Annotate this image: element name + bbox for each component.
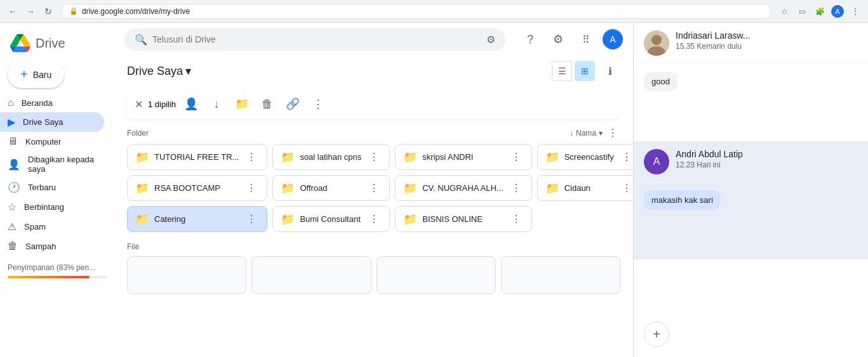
sort-label-text: Nama (576, 129, 596, 138)
file-item-3[interactable] (377, 256, 496, 294)
chat-avatar-1 (644, 30, 669, 56)
browser-chrome: ← → ↻ 🔒 drive.google.com/drive/my-drive … (0, 0, 868, 23)
sidebar-item-berbintang[interactable]: ☆ Berbintang (0, 197, 104, 217)
chat-contact-2[interactable]: A Andri Abdul Latip 12.23 Hari ini (634, 141, 868, 183)
folder-more-button[interactable]: ⋮ (244, 150, 259, 164)
chat-messages-2: makasih kak sari (634, 183, 868, 260)
file-item-2[interactable] (251, 256, 371, 294)
lock-icon: 🔒 (69, 7, 78, 15)
folder-more-button[interactable]: ⋮ (366, 150, 382, 164)
folder-name: BISNIS ONLINE (422, 214, 503, 224)
sidebar-item-spam[interactable]: ⚠ Spam (0, 217, 104, 237)
folder-item-bisnis[interactable]: 📁 BISNIS ONLINE ⋮ (395, 206, 531, 232)
more-action[interactable]: ⋮ (308, 94, 328, 114)
folder-green-icon: 📁 (281, 181, 295, 195)
folder-more-button[interactable]: ⋮ (366, 181, 382, 195)
folder-item-offroad[interactable]: 📁 Offroad ⋮ (272, 175, 390, 201)
chat-contact-info-2: Andri Abdul Latip 12.23 Hari ini (676, 149, 743, 169)
search-icon: 🔍 (135, 34, 147, 46)
sidebar-item-drive-saya[interactable]: ▶ Drive Saya (0, 112, 104, 132)
list-view-button[interactable]: ☰ (552, 61, 572, 81)
tab-search-icon[interactable]: ▭ (794, 4, 810, 19)
forward-button[interactable]: → (23, 4, 38, 19)
add-to-drive-action[interactable]: 📁 (232, 94, 252, 114)
folder-item-rsa[interactable]: 📁 RSA BOOTCAMP ⋮ (127, 175, 267, 201)
folder-more-button[interactable]: ⋮ (244, 181, 259, 195)
folder-more-button[interactable]: ⋮ (509, 150, 524, 164)
folder-more-button[interactable]: ⋮ (366, 212, 382, 226)
link-action[interactable]: 🔗 (283, 94, 303, 114)
sidebar-item-terbaru[interactable]: 🕐 Terbaru (0, 178, 104, 197)
sidebar-item-sampah[interactable]: 🗑 Sampah (0, 237, 104, 256)
chat-time-1: 15.35 Kemarin dulu (676, 42, 751, 51)
add-user-action[interactable]: 👤 (181, 94, 201, 114)
nav-buttons: ← → ↻ (5, 4, 56, 19)
download-action[interactable]: ↓ (206, 94, 227, 114)
sidebar-item-dibagikan[interactable]: 👤 Dibagikan kepada saya (0, 151, 104, 178)
top-actions: ? ⚙ ⠿ A (519, 28, 623, 51)
folder-name: TUTORIAL FREE TR... (154, 152, 239, 162)
folder-more-button[interactable]: ⋮ (244, 212, 259, 226)
folder-yellow-icon: 📁 (403, 212, 417, 226)
chat-add-button[interactable]: + (644, 321, 669, 347)
chat-contact-1[interactable]: Indriasari Larasw... 15.35 Kemarin dulu (634, 23, 868, 64)
url-text: drive.google.com/drive/my-drive (82, 7, 190, 16)
info-button[interactable]: ℹ (600, 61, 620, 81)
settings-button[interactable]: ⚙ (547, 28, 570, 51)
profile-button[interactable]: A (830, 4, 845, 19)
bookmark-icon[interactable]: ☆ (777, 4, 792, 19)
folder-name: CV. NUGRAHA ALH... (422, 183, 503, 193)
view-controls: ☰ ⊞ ℹ (552, 61, 620, 81)
sidebar-label-komputer: Komputer (25, 137, 61, 146)
chat-messages-1: good (634, 64, 868, 141)
folder-more-button[interactable]: ⋮ (619, 181, 633, 195)
folder-item-cidaun[interactable]: 📁 Cidaun ⋮ (537, 175, 633, 201)
sidebar-label-beranda: Beranda (22, 98, 53, 108)
sort-button[interactable]: ↓ Nama ▾ ⋮ (570, 127, 620, 139)
folder-name: skripsi ANDRI (422, 152, 503, 162)
folder-more-button[interactable]: ⋮ (509, 212, 524, 226)
search-input[interactable] (152, 34, 481, 44)
selection-close-button[interactable]: ✕ (135, 98, 143, 110)
chat-name-1: Indriasari Larasw... (676, 30, 751, 41)
folder-red-icon: 📁 (135, 181, 149, 195)
sidebar-item-komputer[interactable]: 🖥 Komputer (0, 132, 104, 151)
file-item-1[interactable] (127, 256, 246, 294)
folder-more-button[interactable]: ⋮ (509, 181, 524, 195)
folder-more-button[interactable]: ⋮ (619, 150, 633, 164)
drive-icon: ▶ (8, 116, 15, 128)
new-button[interactable]: + Baru (8, 61, 64, 88)
folder-green-icon: 📁 (403, 150, 417, 164)
folder-item-skripsi[interactable]: 📁 skripsi ANDRI ⋮ (395, 144, 531, 170)
file-section-label: File (127, 242, 620, 251)
search-settings-button[interactable]: ⚙ (486, 34, 495, 46)
apps-button[interactable]: ⠿ (575, 28, 598, 51)
file-item-4[interactable] (501, 256, 620, 294)
search-box[interactable]: 🔍 ⚙ (124, 29, 505, 51)
folder-item-cv[interactable]: 📁 CV. NUGRAHA ALH... ⋮ (395, 175, 531, 201)
browser-actions: ☆ ▭ 🧩 A ⋮ (777, 4, 863, 19)
sidebar-label-berbintang: Berbintang (24, 202, 64, 212)
address-bar[interactable]: 🔒 drive.google.com/drive/my-drive (61, 4, 771, 19)
file-label-text: File (127, 242, 139, 251)
sidebar-item-beranda[interactable]: ⌂ Beranda (0, 93, 104, 112)
chat-bubble-1: good (644, 72, 678, 91)
chat-avatar-2: A (644, 149, 669, 174)
sort-more-button[interactable]: ⋮ (605, 127, 620, 139)
back-button[interactable]: ← (5, 4, 20, 19)
chat-message-1: good (644, 72, 858, 91)
menu-icon[interactable]: ⋮ (848, 4, 863, 19)
storage-text: Penyimpanan (83% pen... (8, 263, 107, 272)
folder-item-bumi[interactable]: 📁 Bumi Consultant ⋮ (272, 206, 390, 232)
extension-icon[interactable]: 🧩 (812, 4, 827, 19)
folder-item-soal[interactable]: 📁 soal latihan cpns ⋮ (272, 144, 390, 170)
reload-button[interactable]: ↻ (41, 4, 56, 19)
folder-item-catering[interactable]: 📁 Catering ⋮ (127, 206, 267, 232)
user-avatar[interactable]: A (603, 29, 623, 49)
folder-item-tutorial[interactable]: 📁 TUTORIAL FREE TR... ⋮ (127, 144, 267, 170)
delete-action[interactable]: 🗑 (257, 94, 277, 114)
folder-item-screencastify[interactable]: 📁 Screencastify ⋮ (537, 144, 633, 170)
help-button[interactable]: ? (519, 28, 542, 51)
drive-title[interactable]: Drive Saya ▾ (127, 64, 191, 78)
grid-view-button[interactable]: ⊞ (575, 61, 595, 81)
